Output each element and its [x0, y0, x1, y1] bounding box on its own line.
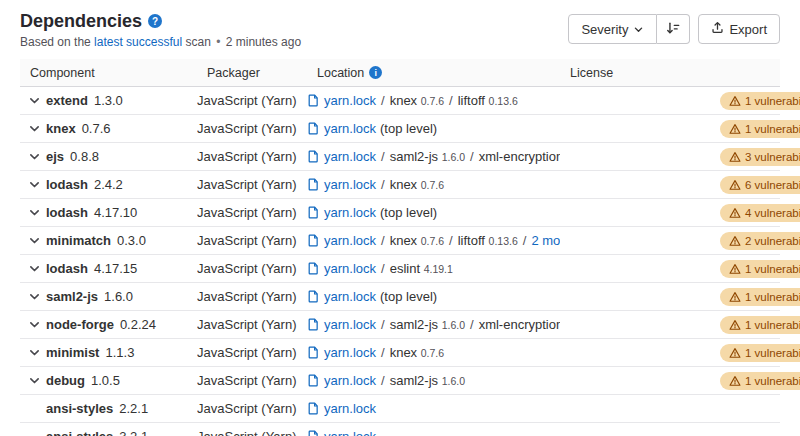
table-row: ansi-styles3.2.1JavaScript (Yarn)yarn.lo…	[20, 423, 780, 436]
component-name: lodash	[46, 261, 88, 276]
help-icon[interactable]: ?	[148, 14, 162, 28]
badge-cell: 1 vulnerability detected	[720, 344, 800, 362]
chevron-down-icon[interactable]	[28, 318, 41, 331]
component-name: lodash	[46, 177, 88, 192]
component-cell: minimist1.1.3	[20, 345, 197, 360]
location-file-link[interactable]: yarn.lock	[324, 429, 376, 436]
path-separator: /	[381, 149, 385, 164]
location-path-segment: saml2-js 1.6.0	[390, 373, 465, 388]
chevron-down-icon[interactable]	[28, 122, 41, 135]
warning-icon	[729, 291, 741, 303]
badge-cell: 2 vulnerabilities detected	[720, 232, 800, 250]
bullet-separator: •	[216, 35, 220, 49]
location-file-link[interactable]: yarn.lock	[324, 205, 376, 220]
document-icon	[307, 346, 320, 359]
document-icon	[307, 234, 320, 247]
component-name: ejs	[46, 149, 64, 164]
vulnerability-badge[interactable]: 1 vulnerability detected	[720, 372, 800, 390]
document-icon	[307, 290, 320, 303]
component-name: extend	[46, 93, 88, 108]
packager-cell: JavaScript (Yarn)	[197, 205, 307, 220]
location-note: (top level)	[380, 289, 437, 304]
vulnerability-badge[interactable]: 1 vulnerability detected	[720, 316, 800, 334]
location-path-segment: liftoff 0.13.6	[458, 93, 518, 108]
chevron-down-icon[interactable]	[28, 150, 41, 163]
location-more-link[interactable]: 2 more	[531, 233, 560, 248]
location-cell: yarn.lock/knex 0.7.6/liftoff 0.13.6	[307, 93, 560, 108]
vulnerability-badge[interactable]: 1 vulnerability detected	[720, 92, 800, 110]
packager-cell: JavaScript (Yarn)	[197, 261, 307, 276]
component-version: 0.2.24	[120, 317, 156, 332]
chevron-down-icon[interactable]	[28, 346, 41, 359]
location-file-link[interactable]: yarn.lock	[324, 149, 376, 164]
location-file-link[interactable]: yarn.lock	[324, 261, 376, 276]
vulnerability-badge[interactable]: 1 vulnerability detected	[720, 260, 800, 278]
component-name: minimatch	[46, 233, 111, 248]
component-version: 1.1.3	[105, 345, 134, 360]
column-header-location: Location i	[307, 66, 560, 80]
vulnerability-badge[interactable]: 1 vulnerability detected	[720, 120, 800, 138]
chevron-down-icon[interactable]	[28, 290, 41, 303]
vulnerability-badge[interactable]: 2 vulnerabilities detected	[720, 232, 800, 250]
warning-icon	[729, 207, 741, 219]
chevron-down-icon[interactable]	[28, 262, 41, 275]
location-file-link[interactable]: yarn.lock	[324, 93, 376, 108]
document-icon	[307, 318, 320, 331]
location-file-link[interactable]: yarn.lock	[324, 317, 376, 332]
sort-direction-button[interactable]	[657, 14, 690, 44]
vulnerability-badge[interactable]: 3 vulnerabilities detected	[720, 148, 800, 166]
location-file-link[interactable]: yarn.lock	[324, 401, 376, 416]
location-path-segment: knex 0.7.6	[390, 93, 444, 108]
vulnerability-badge[interactable]: 1 vulnerability detected	[720, 344, 800, 362]
badge-cell: 1 vulnerability detected	[720, 260, 800, 278]
vulnerability-badge[interactable]: 4 vulnerabilities detected	[720, 204, 800, 222]
location-path-segment: liftoff 0.13.6	[458, 233, 518, 248]
sort-lowest-icon	[666, 21, 680, 38]
severity-filter-label: Severity	[581, 22, 628, 37]
table-row: knex0.7.6JavaScript (Yarn)yarn.lock(top …	[20, 115, 780, 143]
component-cell: saml2-js1.6.0	[20, 289, 197, 304]
path-separator: /	[381, 261, 385, 276]
packager-cell: JavaScript (Yarn)	[197, 401, 307, 416]
component-version: 0.7.6	[82, 121, 111, 136]
vulnerability-badge[interactable]: 6 vulnerabilities detected	[720, 176, 800, 194]
component-version: 2.2.1	[119, 401, 148, 416]
table-row: ejs0.8.8JavaScript (Yarn)yarn.lock/saml2…	[20, 143, 780, 171]
component-name: ansi-styles	[46, 429, 113, 436]
vulnerability-badge-label: 1 vulnerability detected	[745, 94, 800, 108]
packager-cell: JavaScript (Yarn)	[197, 149, 307, 164]
location-file-link[interactable]: yarn.lock	[324, 345, 376, 360]
component-cell: debug1.0.5	[20, 373, 197, 388]
chevron-down-icon[interactable]	[28, 206, 41, 219]
chevron-down-icon[interactable]	[28, 234, 41, 247]
info-icon[interactable]: i	[369, 66, 382, 79]
location-path-segment: xml-encryption 0.7.4	[479, 149, 560, 164]
badge-cell: 6 vulnerabilities detected	[720, 176, 800, 194]
table-row: node-forge0.2.24JavaScript (Yarn)yarn.lo…	[20, 311, 780, 339]
location-file-link[interactable]: yarn.lock	[324, 233, 376, 248]
chevron-down-icon[interactable]	[28, 178, 41, 191]
location-cell: yarn.lock/saml2-js 1.6.0	[307, 373, 560, 388]
warning-icon	[729, 235, 741, 247]
chevron-down-icon[interactable]	[28, 94, 41, 107]
location-file-link[interactable]: yarn.lock	[324, 373, 376, 388]
location-file-link[interactable]: yarn.lock	[324, 177, 376, 192]
path-separator: /	[470, 149, 474, 164]
vulnerability-badge-label: 2 vulnerabilities detected	[745, 234, 800, 248]
column-header-component: Component	[20, 66, 197, 80]
location-file-link[interactable]: yarn.lock	[324, 121, 376, 136]
warning-icon	[729, 263, 741, 275]
component-name: minimist	[46, 345, 99, 360]
location-file-link[interactable]: yarn.lock	[324, 289, 376, 304]
component-name: ansi-styles	[46, 401, 113, 416]
component-name: knex	[46, 121, 76, 136]
column-header-packager: Packager	[197, 66, 307, 80]
column-header-license: License	[560, 66, 720, 80]
vulnerability-badge[interactable]: 1 vulnerability detected	[720, 288, 800, 306]
latest-successful-scan-link[interactable]: latest successful	[94, 35, 182, 49]
document-icon	[307, 262, 320, 275]
vulnerability-badge-label: 1 vulnerability detected	[745, 374, 800, 388]
export-button[interactable]: Export	[698, 14, 780, 44]
chevron-down-icon[interactable]	[28, 374, 41, 387]
severity-filter-button[interactable]: Severity	[568, 14, 657, 44]
